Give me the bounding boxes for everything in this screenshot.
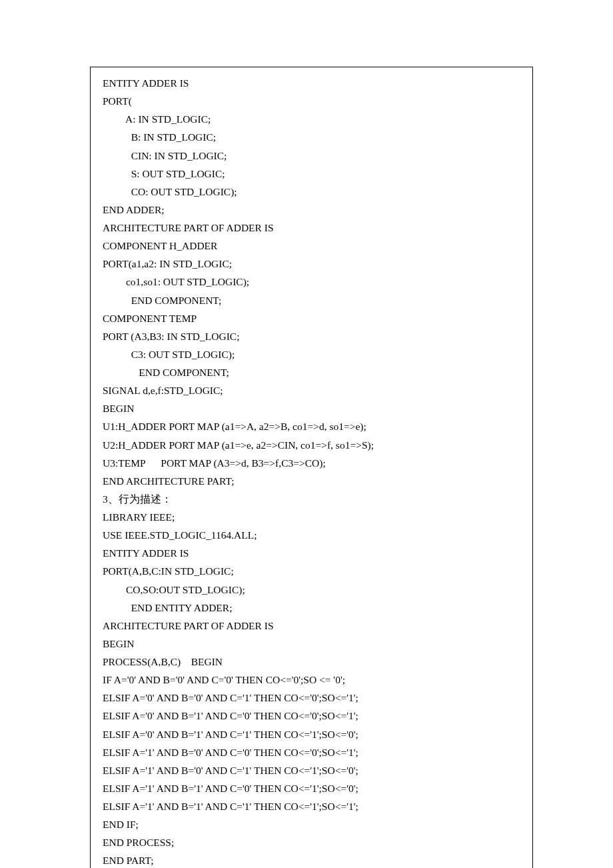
code-line: PORT(a1,a2: IN STD_LOGIC; — [103, 255, 520, 273]
code-line: LIBRARY IEEE; — [103, 508, 520, 526]
code-line: ARCHITECTURE PART OF ADDER IS — [103, 219, 520, 237]
code-line: END PROCESS; — [103, 833, 520, 851]
code-line: CO,SO:OUT STD_LOGIC); — [103, 581, 520, 599]
code-line: PORT( — [103, 92, 520, 110]
code-line: COMPONENT TEMP — [103, 309, 520, 327]
code-line: ELSIF A='1' AND B='1' AND C='0' THEN CO<… — [103, 779, 520, 797]
code-line: A: IN STD_LOGIC; — [103, 110, 520, 128]
code-line: ENTITY ADDER IS — [103, 74, 520, 92]
code-line: CIN: IN STD_LOGIC; — [103, 147, 520, 165]
code-line: S: OUT STD_LOGIC; — [103, 165, 520, 183]
code-line: END PART; — [103, 851, 520, 868]
code-line: 3、行为描述： — [103, 490, 520, 508]
code-line: IF A='0' AND B='0' AND C='0' THEN CO<='0… — [103, 671, 520, 689]
code-line: ELSIF A='0' AND B='0' AND C='1' THEN CO<… — [103, 689, 520, 707]
code-line: END ADDER; — [103, 201, 520, 219]
code-line: PORT (A3,B3: IN STD_LOGIC; — [103, 327, 520, 345]
code-line: ELSIF A='0' AND B='1' AND C='0' THEN CO<… — [103, 707, 520, 725]
code-line: B: IN STD_LOGIC; — [103, 128, 520, 146]
code-box: ENTITY ADDER IS PORT( A: IN STD_LOGIC; B… — [90, 67, 533, 868]
code-line: ELSIF A='1' AND B='0' AND C='0' THEN CO<… — [103, 743, 520, 761]
code-line: END COMPONENT; — [103, 291, 520, 309]
code-line: co1,so1: OUT STD_LOGIC); — [103, 273, 520, 291]
code-line: PROCESS(A,B,C) BEGIN — [103, 653, 520, 671]
code-line: END IF; — [103, 815, 520, 833]
code-line: U2:H_ADDER PORT MAP (a1=>e, a2=>CIN, co1… — [103, 436, 520, 454]
code-line: ENTITY ADDER IS — [103, 544, 520, 562]
code-line: END ARCHITECTURE PART; — [103, 472, 520, 490]
code-line: END COMPONENT; — [103, 363, 520, 381]
code-line: ELSIF A='1' AND B='1' AND C='1' THEN CO<… — [103, 797, 520, 815]
code-line: C3: OUT STD_LOGIC); — [103, 345, 520, 363]
code-line: CO: OUT STD_LOGIC); — [103, 183, 520, 201]
code-line: BEGIN — [103, 399, 520, 417]
code-line: BEGIN — [103, 635, 520, 653]
code-line: SIGNAL d,e,f:STD_LOGIC; — [103, 381, 520, 399]
code-line: U1:H_ADDER PORT MAP (a1=>A, a2=>B, co1=>… — [103, 417, 520, 435]
code-line: ARCHITECTURE PART OF ADDER IS — [103, 617, 520, 635]
code-line: COMPONENT H_ADDER — [103, 237, 520, 255]
document-page: ENTITY ADDER IS PORT( A: IN STD_LOGIC; B… — [0, 0, 613, 868]
code-line: PORT(A,B,C:IN STD_LOGIC; — [103, 562, 520, 580]
code-line: END ENTITY ADDER; — [103, 599, 520, 617]
code-line: ELSIF A='0' AND B='1' AND C='1' THEN CO<… — [103, 725, 520, 743]
code-line: ELSIF A='1' AND B='0' AND C='1' THEN CO<… — [103, 761, 520, 779]
code-line: U3:TEMP PORT MAP (A3=>d, B3=>f,C3=>CO); — [103, 454, 520, 472]
code-line: USE IEEE.STD_LOGIC_1164.ALL; — [103, 526, 520, 544]
